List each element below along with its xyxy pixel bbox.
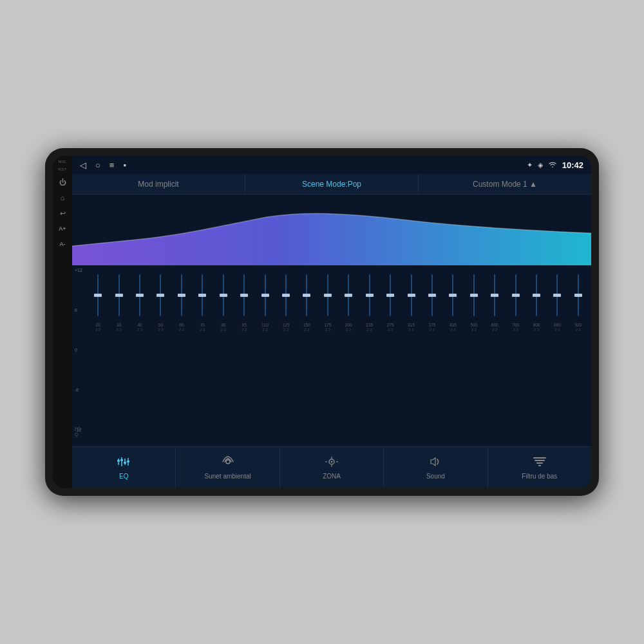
- freq-label-9: 1252.2: [276, 323, 296, 332]
- slider-col-20: [505, 268, 526, 323]
- freq-label-10: 1502.2: [296, 323, 317, 332]
- slider-col-10: [296, 268, 317, 323]
- slider-thumb-0[interactable]: [94, 294, 102, 297]
- slider-thumb-20[interactable]: [512, 294, 520, 297]
- slider-col-23: [568, 268, 589, 323]
- location-icon: ◈: [538, 161, 543, 169]
- slider-thumb-4[interactable]: [178, 294, 185, 297]
- svg-rect-1: [117, 460, 120, 462]
- nav-ambient[interactable]: Sunet ambiental: [176, 447, 279, 488]
- nav-zona[interactable]: ZONA: [280, 447, 384, 488]
- nav-sound[interactable]: Sound: [384, 447, 488, 488]
- db-label-6: 6: [75, 308, 85, 312]
- device-outer: MIC RST ⏻ ⌂ ↩ A+ A- ◁ ○ ≡ ▪ ✦ ◈: [45, 148, 599, 496]
- svg-rect-3: [120, 459, 123, 461]
- nav-filtru[interactable]: Filtru de bas: [488, 447, 591, 488]
- home-nav-button[interactable]: ○: [95, 160, 100, 170]
- slider-col-8: [254, 268, 275, 323]
- slider-thumb-11[interactable]: [324, 294, 332, 297]
- slider-thumb-13[interactable]: [366, 294, 374, 297]
- mode-tab-default[interactable]: Mod implicit: [72, 174, 245, 194]
- freq-label-6: 802.2: [213, 323, 234, 332]
- slider-col-6: [213, 268, 234, 323]
- slider-thumb-6[interactable]: [220, 294, 227, 297]
- slider-col-3: [150, 268, 171, 323]
- slider-col-11: [317, 268, 338, 323]
- db-label-0: 0: [75, 348, 85, 352]
- svg-rect-18: [538, 465, 541, 466]
- freq-label-1: 302.2: [108, 323, 129, 332]
- back-nav-button[interactable]: ◁: [80, 160, 86, 170]
- slider-thumb-19[interactable]: [491, 294, 498, 297]
- slider-col-22: [547, 268, 567, 323]
- slider-thumb-8[interactable]: [261, 294, 269, 297]
- vol-down-button[interactable]: A-: [55, 237, 70, 251]
- mode-tab-scene[interactable]: Scene Mode:Pop: [245, 174, 419, 194]
- svg-rect-15: [533, 457, 546, 459]
- menu-nav-button[interactable]: ≡: [109, 160, 115, 170]
- slider-col-2: [129, 268, 150, 323]
- freq-label-17: 4352.2: [442, 323, 463, 332]
- slider-thumb-16[interactable]: [428, 294, 436, 297]
- nav-sound-label: Sound: [426, 473, 445, 480]
- screen-area: ◁ ○ ≡ ▪ ✦ ◈ 10:42 Mod implicit: [72, 156, 591, 488]
- sliders-container: [88, 268, 589, 323]
- slider-thumb-3[interactable]: [156, 294, 164, 297]
- slider-thumb-17[interactable]: [449, 294, 457, 297]
- slider-thumb-2[interactable]: [136, 294, 144, 297]
- slider-thumb-14[interactable]: [386, 294, 394, 297]
- rst-label: RST: [58, 167, 67, 171]
- slider-thumb-5[interactable]: [198, 294, 206, 297]
- home-side-button[interactable]: ⌂: [55, 191, 70, 205]
- db-scale: +12 6 0 -6 -12: [75, 268, 85, 432]
- vol-up-button[interactable]: A+: [55, 222, 70, 236]
- status-nav: ◁ ○ ≡ ▪: [80, 160, 126, 170]
- recent-nav-button[interactable]: ▪: [123, 160, 126, 170]
- freq-labels-row: 202.2302.2402.2502.2602.2702.2802.2952.2…: [88, 323, 589, 332]
- db-label-12: +12: [75, 268, 85, 272]
- bottom-nav: EQ Sunet ambiental: [72, 446, 591, 488]
- slider-col-0: [88, 268, 108, 323]
- slider-thumb-7[interactable]: [240, 294, 248, 297]
- freq-label-22: 8602.2: [547, 323, 567, 332]
- zona-icon: [325, 456, 339, 471]
- status-right: ✦ ◈ 10:42: [527, 160, 583, 170]
- power-button[interactable]: ⏻: [55, 175, 70, 189]
- slider-thumb-10[interactable]: [303, 294, 310, 297]
- slider-thumb-23[interactable]: [574, 294, 582, 297]
- eq-visualization: [72, 194, 591, 265]
- freq-label-15: 3152.2: [401, 323, 421, 332]
- svg-rect-16: [535, 460, 545, 461]
- mode-tab-custom[interactable]: Custom Mode 1 ▲: [419, 174, 591, 194]
- slider-thumb-18[interactable]: [470, 294, 478, 297]
- slider-thumb-21[interactable]: [533, 294, 540, 297]
- nav-eq[interactable]: EQ: [72, 447, 176, 488]
- slider-col-5: [192, 268, 213, 323]
- sound-icon: [428, 456, 442, 471]
- svg-rect-7: [127, 460, 129, 462]
- slider-thumb-15[interactable]: [408, 294, 415, 297]
- slider-col-12: [338, 268, 359, 323]
- freq-label-3: 502.2: [150, 323, 171, 332]
- freq-label-23: 9202.2: [568, 323, 589, 332]
- slider-thumb-1[interactable]: [115, 294, 123, 297]
- svg-rect-17: [536, 462, 543, 464]
- time-display: 10:42: [562, 160, 583, 170]
- filtru-icon: [533, 456, 547, 471]
- slider-col-14: [380, 268, 401, 323]
- svg-point-8: [226, 460, 230, 464]
- eq-icon: [117, 456, 131, 471]
- device-inner: MIC RST ⏻ ⌂ ↩ A+ A- ◁ ○ ≡ ▪ ✦ ◈: [53, 156, 591, 488]
- ambient-icon: [221, 456, 235, 471]
- freq-label-13: 2352.2: [359, 323, 379, 332]
- back-side-button[interactable]: ↩: [55, 206, 70, 220]
- freq-label-11: 1752.2: [317, 323, 338, 332]
- slider-thumb-9[interactable]: [282, 294, 290, 297]
- slider-col-7: [234, 268, 254, 323]
- side-controls: MIC RST ⏻ ⌂ ↩ A+ A-: [53, 156, 72, 488]
- mic-label: MIC: [59, 160, 67, 164]
- slider-thumb-12[interactable]: [345, 294, 352, 297]
- slider-thumb-22[interactable]: [553, 294, 561, 297]
- slider-col-18: [464, 268, 484, 323]
- freq-label-18: 5002.2: [464, 323, 484, 332]
